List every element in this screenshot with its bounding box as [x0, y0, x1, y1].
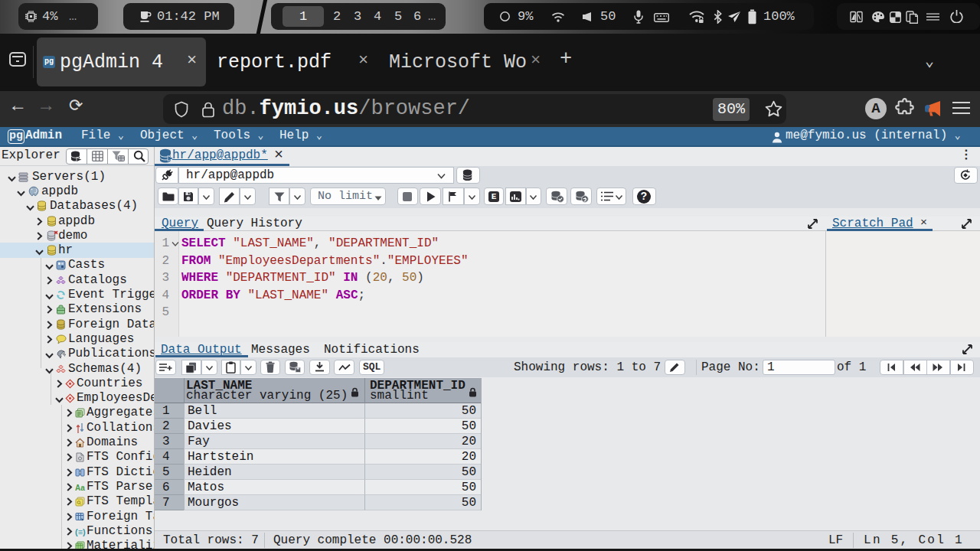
svg-text:Aa: Aa — [75, 483, 85, 491]
svg-text:(≡): (≡) — [75, 527, 86, 536]
